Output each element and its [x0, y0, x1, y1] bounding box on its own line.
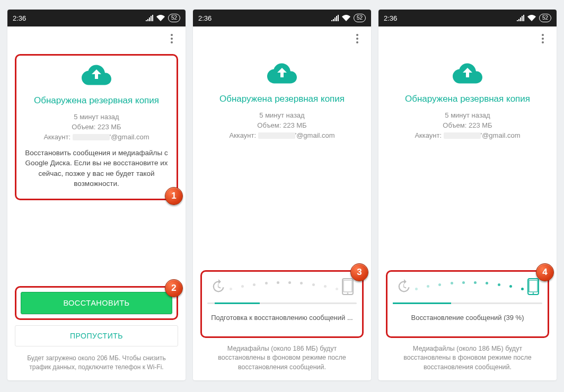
restore-progress-highlight: 4 Восстановление сообщений (39 %) — [386, 270, 549, 338]
phone-icon — [342, 278, 354, 295]
clock: 2:36 — [384, 14, 397, 22]
restore-button[interactable]: ВОССТАНОВИТЬ — [21, 292, 172, 314]
history-icon — [210, 279, 225, 294]
backup-description: Восстановить сообщения и медиафайлы с Go… — [20, 148, 173, 189]
progress-bar — [207, 302, 357, 304]
backup-found-title: Обнаружена резервная копия — [20, 95, 173, 106]
account-label: Аккаунт: — [229, 131, 256, 139]
app-bar — [193, 26, 371, 51]
account-domain: '@gmail.com — [295, 131, 335, 139]
account-domain: '@gmail.com — [481, 131, 521, 139]
phone-icon — [527, 278, 539, 295]
restore-progress-highlight: 3 Подготовка к восстановлению сообщений … — [200, 270, 364, 338]
transfer-dots — [231, 281, 337, 292]
wifi-icon — [342, 15, 350, 21]
status-bar: 2:36 52 — [378, 10, 557, 26]
phone-screen-2: 2:36 52 Обнаружена резервная копия 5 мин… — [193, 10, 371, 380]
overflow-menu-button[interactable] — [348, 29, 367, 48]
cloud-upload-icon — [267, 63, 297, 85]
backup-time-ago: 5 минут назад — [229, 111, 334, 121]
svg-point-4 — [356, 38, 358, 40]
account-name-redacted — [444, 132, 481, 139]
svg-point-11 — [542, 41, 544, 43]
backup-time-ago: 5 минут назад — [20, 112, 173, 122]
backup-meta: 5 минут назад Объем: 223 МБ Аккаунт: '@g… — [20, 112, 173, 142]
wifi-icon — [156, 15, 165, 21]
account-label: Аккаунт: — [43, 133, 70, 141]
backup-size: Объем: 223 МБ — [20, 122, 173, 132]
restore-button-highlight: ВОССТАНОВИТЬ 2 — [15, 286, 178, 320]
signal-icon — [146, 15, 153, 21]
step-badge: 2 — [165, 279, 183, 297]
svg-point-10 — [542, 38, 544, 40]
status-bar: 2:36 52 — [7, 10, 186, 26]
svg-point-1 — [171, 38, 173, 40]
wifi-icon — [527, 15, 536, 21]
cloud-upload-icon — [453, 63, 482, 85]
media-note: Медиафайлы (около 186 МБ) будут восстано… — [200, 344, 364, 376]
app-bar — [378, 26, 557, 51]
download-footnote: Будет загружено около 206 МБ. Чтобы сниз… — [15, 354, 178, 375]
signal-icon — [331, 15, 339, 21]
step-badge: 1 — [165, 187, 183, 205]
transfer-dots — [416, 281, 522, 292]
svg-point-2 — [171, 41, 173, 43]
overflow-menu-button[interactable] — [533, 29, 552, 48]
overflow-menu-button[interactable] — [162, 29, 181, 48]
account-domain: '@gmail.com — [110, 133, 149, 141]
backup-time-ago: 5 минут назад — [415, 111, 520, 121]
phone-screen-3: 2:36 52 Обнаружена резервная копия 5 мин… — [378, 10, 557, 380]
account-name-redacted — [258, 132, 295, 139]
battery-indicator: 52 — [168, 14, 180, 22]
backup-meta: 5 минут назад Объем: 223 МБ Аккаунт: '@g… — [415, 111, 520, 141]
svg-point-9 — [542, 34, 544, 36]
backup-size: Объем: 223 МБ — [415, 121, 520, 131]
backup-found-title: Обнаружена резервная копия — [405, 94, 530, 104]
svg-point-14 — [533, 292, 534, 294]
status-bar: 2:36 52 — [193, 10, 371, 26]
backup-size: Объем: 223 МБ — [229, 121, 334, 131]
cloud-upload-icon — [82, 64, 111, 87]
svg-point-0 — [171, 34, 173, 36]
backup-meta: 5 минут назад Объем: 223 МБ Аккаунт: '@g… — [229, 111, 334, 141]
backup-found-panel-highlight: Обнаружена резервная копия 5 минут назад… — [15, 54, 178, 200]
account-name-redacted — [73, 134, 110, 140]
svg-point-8 — [347, 292, 349, 294]
history-icon — [396, 279, 411, 294]
battery-indicator: 52 — [539, 14, 551, 22]
backup-found-title: Обнаружена резервная копия — [219, 94, 345, 104]
progress-status: Восстановление сообщений (39 %) — [393, 314, 542, 322]
clock: 2:36 — [13, 14, 26, 22]
account-label: Аккаунт: — [415, 131, 442, 139]
phone-screen-1: 2:36 52 Обнаружена резервная копия 5 м — [7, 10, 186, 380]
skip-button[interactable]: ПРОПУСТИТЬ — [15, 325, 178, 346]
progress-bar — [393, 302, 542, 304]
battery-indicator: 52 — [354, 14, 366, 22]
svg-rect-13 — [529, 280, 537, 292]
signal-icon — [517, 15, 524, 21]
step-badge: 3 — [350, 263, 368, 281]
progress-status: Подготовка к восстановлению сообщений ..… — [207, 314, 357, 322]
step-badge: 4 — [536, 263, 554, 281]
svg-point-5 — [356, 41, 358, 43]
svg-rect-7 — [343, 280, 352, 292]
media-note: Медиафайлы (около 186 МБ) будут восстано… — [386, 344, 549, 376]
app-bar — [7, 26, 186, 51]
clock: 2:36 — [198, 14, 212, 22]
svg-point-3 — [356, 34, 358, 36]
